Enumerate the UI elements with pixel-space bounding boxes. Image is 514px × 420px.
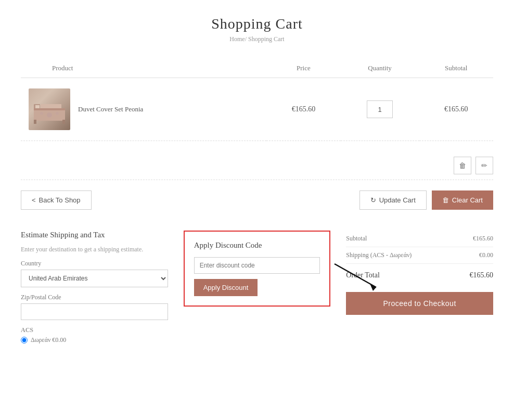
col-price: Price <box>266 59 340 78</box>
page-container: Shopping Cart Home/ Shopping Cart Produc… <box>0 0 514 360</box>
update-label: Update Cart <box>379 196 416 204</box>
svg-rect-4 <box>34 120 36 124</box>
breadcrumb: Home/ Shopping Cart <box>21 35 493 43</box>
svg-point-9 <box>56 112 59 115</box>
product-cell: Duvet Cover Set Peonia <box>29 88 259 130</box>
total-row: Order Total €165.60 <box>346 264 493 284</box>
bottom-section: Estimate Shipping and Tax Enter your des… <box>21 231 493 344</box>
col-subtotal: Subtotal <box>419 59 493 78</box>
subtotal-value: €165.60 <box>473 235 493 243</box>
country-label: Country <box>21 260 168 268</box>
cart-actions-right: ↻ Update Cart 🗑 Clear Cart <box>359 190 493 210</box>
table-row: Duvet Cover Set Peonia €165.60 €165.60 <box>21 78 493 141</box>
shipping-value: €0.00 <box>479 251 493 259</box>
quantity-input[interactable] <box>367 100 393 118</box>
acs-option-label[interactable]: Δωρεάν €0.00 <box>21 336 168 344</box>
zip-label: Zip/Postal Code <box>21 294 168 301</box>
back-icon: < <box>32 196 36 204</box>
shipping-description: Enter your destination to get a shipping… <box>21 246 168 253</box>
product-image <box>29 88 70 130</box>
shipping-estimate-section: Estimate Shipping and Tax Enter your des… <box>21 231 168 344</box>
subtotal-label: Subtotal <box>346 235 367 243</box>
product-subtotal: €165.60 <box>419 78 493 141</box>
update-icon: ↻ <box>370 196 376 204</box>
shipping-label: Shipping (ACS - Δωρεάν) <box>346 251 412 259</box>
apply-discount-button[interactable]: Apply Discount <box>194 279 258 296</box>
back-label: Back To Shop <box>39 196 81 204</box>
discount-title: Apply Discount Code <box>194 241 320 250</box>
acs-option-text: Δωρεάν €0.00 <box>31 336 66 344</box>
product-illustration <box>31 94 68 125</box>
clear-label: Clear Cart <box>452 196 483 204</box>
col-product: Product <box>21 59 266 78</box>
product-name: Duvet Cover Set Peonia <box>78 105 143 113</box>
country-select[interactable]: United Arab Emirates <box>21 270 168 287</box>
trash-icon: 🗑 <box>442 196 449 204</box>
checkout-button[interactable]: Proceed to Checkout <box>346 292 493 315</box>
zip-input[interactable] <box>21 303 168 320</box>
svg-rect-5 <box>62 120 65 124</box>
svg-point-8 <box>40 112 43 115</box>
page-title: Shopping Cart <box>21 16 493 32</box>
shipping-title: Estimate Shipping and Tax <box>21 231 168 239</box>
delete-button[interactable]: 🗑 <box>454 157 471 174</box>
edit-button[interactable]: ✏ <box>476 157 493 174</box>
col-quantity: Quantity <box>341 59 419 78</box>
action-row: 🗑 ✏ <box>21 151 493 180</box>
acs-radio[interactable] <box>21 337 28 343</box>
order-summary-section: Subtotal €165.60 Shipping (ACS - Δωρεάν)… <box>346 231 493 315</box>
zip-group: Zip/Postal Code <box>21 294 168 320</box>
shipping-row: Shipping (ACS - Δωρεάν) €0.00 <box>346 247 493 264</box>
update-cart-button[interactable]: ↻ Update Cart <box>359 190 427 210</box>
discount-input[interactable] <box>194 257 320 274</box>
total-value: €165.60 <box>469 271 493 279</box>
acs-label: ACS <box>21 326 168 334</box>
cart-table: Product Price Quantity Subtotal <box>21 59 493 141</box>
svg-rect-6 <box>34 108 65 110</box>
clear-cart-button[interactable]: 🗑 Clear Cart <box>432 190 493 210</box>
discount-section: Apply Discount Code Apply Discount <box>184 231 331 307</box>
total-label: Order Total <box>346 271 379 279</box>
country-group: Country United Arab Emirates <box>21 260 168 287</box>
subtotal-row: Subtotal €165.60 <box>346 231 493 247</box>
acs-section: ACS Δωρεάν €0.00 <box>21 326 168 344</box>
cart-buttons-row: < Back To Shop ↻ Update Cart 🗑 Clear Car… <box>21 190 493 210</box>
back-to-shop-button[interactable]: < Back To Shop <box>21 190 92 210</box>
svg-point-7 <box>47 112 52 118</box>
product-price: €165.60 <box>266 78 340 141</box>
table-header-row: Product Price Quantity Subtotal <box>21 59 493 78</box>
